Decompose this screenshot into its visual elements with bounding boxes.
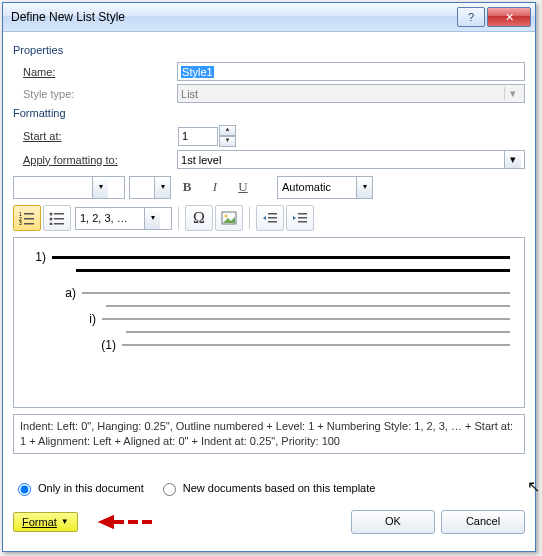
- cancel-button[interactable]: Cancel: [441, 510, 525, 534]
- svg-point-6: [50, 213, 53, 216]
- ok-button[interactable]: OK: [351, 510, 435, 534]
- start-at-spinner[interactable]: ▲ ▼: [178, 125, 236, 147]
- svg-rect-24: [114, 520, 124, 524]
- cursor-icon: ↖: [527, 477, 540, 496]
- titlebar: Define New List Style ? ✕: [3, 3, 535, 32]
- name-label: Name:: [13, 66, 177, 78]
- svg-rect-9: [54, 218, 64, 220]
- font-color-select[interactable]: Automatic ▾: [277, 176, 373, 199]
- svg-marker-18: [293, 216, 296, 220]
- svg-rect-20: [298, 217, 307, 219]
- new-documents-radio[interactable]: New documents based on this template: [158, 480, 376, 496]
- properties-label: Properties: [13, 44, 525, 56]
- start-at-input[interactable]: [178, 127, 218, 146]
- svg-rect-15: [268, 213, 277, 215]
- svg-text:3: 3: [19, 220, 22, 225]
- apply-to-select[interactable]: 1st level ▾: [177, 150, 525, 169]
- svg-rect-26: [142, 520, 152, 524]
- font-size-select[interactable]: ▾: [129, 176, 171, 199]
- chevron-down-icon[interactable]: ▾: [504, 151, 521, 168]
- svg-rect-5: [24, 223, 34, 225]
- formatting-label: Formatting: [13, 107, 525, 119]
- increase-indent-button[interactable]: [286, 205, 314, 231]
- svg-point-8: [50, 218, 53, 221]
- chevron-down-icon[interactable]: ▾: [154, 177, 170, 198]
- svg-rect-19: [298, 213, 307, 215]
- numbered-list-button[interactable]: 123: [13, 205, 41, 231]
- svg-rect-3: [24, 218, 34, 220]
- insert-picture-button[interactable]: [215, 205, 243, 231]
- chevron-down-icon: ▾: [504, 87, 521, 100]
- svg-rect-17: [268, 221, 277, 223]
- dialog-window: Define New List Style ? ✕ Properties Nam…: [2, 2, 536, 552]
- format-button[interactable]: Format ▼: [13, 512, 78, 532]
- name-input[interactable]: Style1: [177, 62, 525, 81]
- chevron-down-icon[interactable]: ▾: [144, 208, 160, 229]
- underline-button[interactable]: U: [231, 175, 255, 199]
- chevron-down-icon[interactable]: ▾: [92, 177, 108, 198]
- bold-button[interactable]: B: [175, 175, 199, 199]
- font-select[interactable]: ▾: [13, 176, 125, 199]
- separator: [178, 207, 179, 229]
- dialog-title: Define New List Style: [11, 10, 125, 24]
- spinner-down[interactable]: ▼: [219, 136, 236, 147]
- svg-rect-7: [54, 213, 64, 215]
- start-at-label: Start at:: [13, 130, 178, 142]
- arrow-callout: [96, 512, 166, 532]
- separator: [249, 207, 250, 229]
- decrease-indent-button[interactable]: [256, 205, 284, 231]
- preview-box: 1) a) i) (1: [13, 237, 525, 408]
- chevron-down-icon[interactable]: ▾: [356, 177, 372, 198]
- chevron-down-icon: ▼: [61, 517, 69, 526]
- svg-rect-1: [24, 213, 34, 215]
- svg-marker-14: [263, 216, 266, 220]
- apply-to-label: Apply formatting to:: [13, 154, 177, 166]
- style-type-select: List ▾: [177, 84, 525, 103]
- insert-symbol-button[interactable]: Ω: [185, 205, 213, 231]
- style-type-label: Style type:: [13, 88, 177, 100]
- svg-point-10: [50, 223, 53, 226]
- svg-marker-23: [98, 515, 114, 529]
- svg-rect-16: [268, 217, 277, 219]
- only-in-document-radio[interactable]: Only in this document: [13, 480, 144, 496]
- help-button[interactable]: ?: [457, 7, 485, 27]
- close-button[interactable]: ✕: [487, 7, 531, 27]
- svg-rect-11: [54, 223, 64, 225]
- style-description: Indent: Left: 0", Hanging: 0.25", Outlin…: [13, 414, 525, 454]
- svg-rect-25: [128, 520, 138, 524]
- svg-rect-21: [298, 221, 307, 223]
- number-format-select[interactable]: 1, 2, 3, … ▾: [75, 207, 172, 230]
- svg-point-13: [225, 215, 228, 218]
- bulleted-list-button[interactable]: [43, 205, 71, 231]
- italic-button[interactable]: I: [203, 175, 227, 199]
- spinner-up[interactable]: ▲: [219, 125, 236, 136]
